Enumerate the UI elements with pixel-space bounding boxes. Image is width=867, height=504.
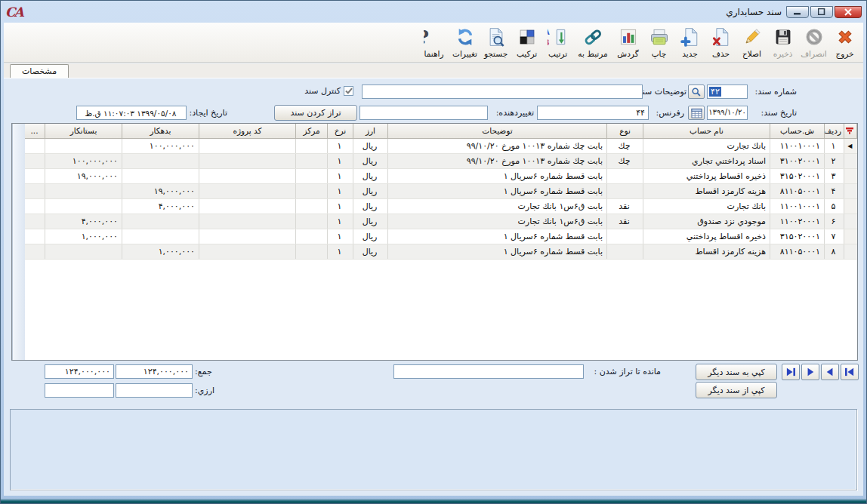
cell-row[interactable]: ۲ bbox=[825, 153, 844, 168]
cell-type[interactable]: چك bbox=[607, 138, 643, 153]
table-row[interactable]: ۷ ۳۱۵۰۲۰۰۰۱ ذخيره اقساط پرداختني بابت قس… bbox=[25, 229, 857, 244]
cell-credit[interactable] bbox=[45, 138, 122, 153]
table-row[interactable]: ۳ ۳۱۵۰۲۰۰۰۱ ذخيره اقساط پرداختني بابت قس… bbox=[25, 168, 857, 183]
nav-last-icon[interactable] bbox=[782, 364, 800, 380]
cell-account-name[interactable]: موجودي نزد صندوق bbox=[643, 214, 770, 229]
cell-currency[interactable]: ريال bbox=[353, 198, 388, 214]
minimize-button[interactable] bbox=[786, 6, 809, 18]
cell-currency[interactable]: ريال bbox=[353, 244, 388, 259]
cell-account-no[interactable]: ۸۱۱۰۵۰۰۰۱ bbox=[770, 244, 825, 259]
cell-currency[interactable]: ريال bbox=[353, 229, 388, 244]
cell-currency[interactable]: ريال bbox=[353, 183, 388, 198]
row-selector[interactable] bbox=[844, 198, 857, 214]
cell-center[interactable] bbox=[296, 138, 328, 153]
cell-debit[interactable]: ۱۰۰,۰۰۰,۰۰۰ bbox=[122, 138, 199, 153]
cell-more[interactable] bbox=[25, 138, 45, 153]
cell-currency[interactable]: ريال bbox=[353, 138, 388, 153]
col-center[interactable]: مركز bbox=[296, 124, 328, 138]
cell-rate[interactable]: ۱ bbox=[328, 229, 353, 244]
cell-type[interactable] bbox=[607, 183, 643, 198]
cell-row[interactable]: ۷ bbox=[825, 229, 844, 244]
print-button[interactable]: چاپ bbox=[643, 25, 674, 58]
col-account-name[interactable]: نام حساب bbox=[643, 124, 770, 138]
cell-description[interactable]: بابت چك شماره ۱۰۰۱۳ مورخ ۹۹/۱۰/۲۰ bbox=[388, 153, 607, 168]
row-selector[interactable] bbox=[844, 244, 857, 259]
doc-number-search-button[interactable] bbox=[688, 85, 705, 99]
cell-project-code[interactable] bbox=[199, 153, 296, 168]
cell-description[interactable]: بابت ق۶س۱ بانك تجارت bbox=[388, 214, 607, 229]
grid-header-row[interactable]: رديف ش.حساب نام حساب نوع توضيحات ارز نرخ… bbox=[25, 124, 857, 138]
nav-first-icon[interactable] bbox=[841, 364, 859, 380]
cell-account-no[interactable]: ۱۱۰۰۱۰۰۰۱ bbox=[770, 198, 825, 214]
copy-from-document-button[interactable]: كپي از سند ديگر bbox=[696, 382, 777, 398]
doc-desc-input[interactable] bbox=[362, 85, 643, 99]
maximize-button[interactable] bbox=[810, 6, 833, 18]
cell-rate[interactable]: ۱ bbox=[328, 244, 353, 259]
cell-currency[interactable]: ريال bbox=[353, 214, 388, 229]
filter-icon[interactable] bbox=[844, 124, 857, 138]
control-doc-checkbox[interactable]: كنترل سند bbox=[304, 86, 353, 96]
col-account-no[interactable]: ش.حساب bbox=[770, 124, 825, 138]
exit-button[interactable]: خروج bbox=[829, 25, 860, 58]
changes-button[interactable]: تغييرات bbox=[449, 25, 480, 58]
cell-account-name[interactable]: ذخيره اقساط پرداختني bbox=[643, 168, 770, 183]
currency-credit-input[interactable] bbox=[45, 383, 114, 398]
cell-account-name[interactable]: ذخيره اقساط پرداختني bbox=[643, 229, 770, 244]
balance-document-button[interactable]: تراز كردن سند bbox=[274, 105, 357, 121]
cell-more[interactable] bbox=[25, 198, 45, 214]
cell-project-code[interactable] bbox=[199, 138, 296, 153]
cell-currency[interactable]: ريال bbox=[353, 153, 388, 168]
related-to-button[interactable]: مرتبط به bbox=[573, 25, 612, 58]
table-row[interactable]: ۸ ۸۱۱۰۵۰۰۰۱ هزينه كارمزد اقساط بابت قسط … bbox=[25, 244, 857, 259]
cell-rate[interactable]: ۱ bbox=[328, 198, 353, 214]
cell-more[interactable] bbox=[25, 153, 45, 168]
cell-credit[interactable]: ۱,۰۰۰,۰۰۰ bbox=[45, 229, 122, 244]
cell-description[interactable]: بابت ق۶س۱ بانك تجارت bbox=[388, 198, 607, 214]
cell-more[interactable] bbox=[25, 214, 45, 229]
cell-project-code[interactable] bbox=[199, 198, 296, 214]
col-rate[interactable]: نرخ bbox=[328, 124, 353, 138]
cell-description[interactable]: بابت چك شماره ۱۰۰۱۳ مورخ ۹۹/۱۰/۲۰ bbox=[388, 138, 607, 153]
new-button[interactable]: جديد bbox=[674, 25, 705, 58]
col-type[interactable]: نوع bbox=[607, 124, 643, 138]
cell-project-code[interactable] bbox=[199, 168, 296, 183]
table-row[interactable]: ۶ ۱۱۰۰۲۰۰۰۱ موجودي نزد صندوق نقد بابت ق۶… bbox=[25, 214, 857, 229]
currency-debit-input[interactable] bbox=[116, 383, 193, 398]
help-button[interactable]: ? راهنما bbox=[418, 25, 449, 58]
cell-description[interactable]: بابت قسط شماره ۶سريال ۱ bbox=[388, 183, 607, 198]
cell-center[interactable] bbox=[296, 168, 328, 183]
turnover-button[interactable]: گردش bbox=[612, 25, 643, 58]
cell-credit[interactable] bbox=[45, 198, 122, 214]
cell-account-no[interactable]: ۸۱۱۰۵۰۰۰۱ bbox=[770, 183, 825, 198]
close-button[interactable] bbox=[835, 6, 862, 18]
cell-credit[interactable]: ۱۹,۰۰۰,۰۰۰ bbox=[45, 168, 122, 183]
cell-account-name[interactable]: بانك تجارت bbox=[643, 138, 770, 153]
cell-account-no[interactable]: ۳۱۵۰۲۰۰۰۱ bbox=[770, 168, 825, 183]
nav-previous-icon[interactable] bbox=[821, 364, 839, 380]
doc-number-input[interactable]: ۴۲ bbox=[707, 85, 748, 99]
cell-more[interactable] bbox=[25, 229, 45, 244]
col-debit[interactable]: بدهكار bbox=[122, 124, 199, 138]
cell-account-no[interactable]: ۱۱۰۰۱۰۰۰۱ bbox=[770, 138, 825, 153]
cell-row[interactable]: ۱ bbox=[825, 138, 844, 153]
col-currency[interactable]: ارز bbox=[353, 124, 388, 138]
reference-input[interactable]: ۴۴ bbox=[537, 106, 649, 120]
cell-more[interactable] bbox=[25, 168, 45, 183]
col-more[interactable]: ... bbox=[25, 124, 45, 138]
cell-type[interactable] bbox=[607, 229, 643, 244]
table-row[interactable]: ۴ ۸۱۱۰۵۰۰۰۱ هزينه كارمزد اقساط بابت قسط … bbox=[25, 183, 857, 198]
row-selector[interactable] bbox=[844, 214, 857, 229]
cell-credit[interactable] bbox=[45, 183, 122, 198]
cell-debit[interactable]: ۱,۰۰۰,۰۰۰ bbox=[122, 244, 199, 259]
cell-center[interactable] bbox=[296, 198, 328, 214]
cell-account-name[interactable]: هزينه كارمزد اقساط bbox=[643, 244, 770, 259]
calendar-button[interactable] bbox=[688, 106, 705, 120]
table-row[interactable]: ۲ ۳۱۰۰۲۰۰۰۱ اسناد پرداختني تجاري چك بابت… bbox=[25, 153, 857, 168]
col-row[interactable]: رديف bbox=[825, 124, 844, 138]
cell-credit[interactable]: ۴,۰۰۰,۰۰۰ bbox=[45, 214, 122, 229]
row-selector[interactable] bbox=[844, 183, 857, 198]
cell-debit[interactable] bbox=[122, 214, 199, 229]
cell-rate[interactable]: ۱ bbox=[328, 183, 353, 198]
cell-row[interactable]: ۶ bbox=[825, 214, 844, 229]
cell-credit[interactable] bbox=[45, 244, 122, 259]
